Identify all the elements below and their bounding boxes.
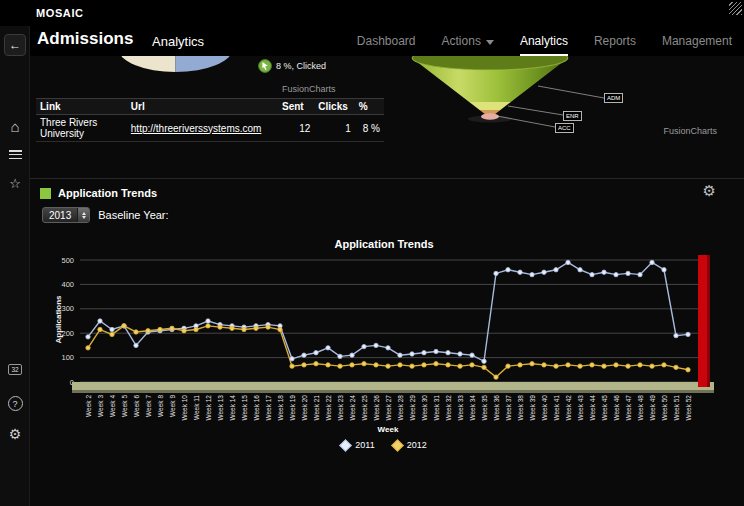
sidebar-item-panel-32[interactable]: 32 <box>0 364 30 375</box>
link-stats-table: Link Url Sent Clicks % Three Rivers Univ… <box>36 98 384 142</box>
baseline-year-select[interactable]: 2013 <box>42 207 90 223</box>
nav-tab-reports[interactable]: Reports <box>594 26 636 56</box>
svg-text:Week 4: Week 4 <box>109 395 116 417</box>
cell-sent: 12 <box>278 115 314 142</box>
svg-text:Week 25: Week 25 <box>361 395 368 421</box>
chevron-down-icon <box>486 40 494 45</box>
svg-text:Week 50: Week 50 <box>661 395 668 421</box>
home-icon: ⌂ <box>10 118 19 135</box>
svg-text:500: 500 <box>61 256 74 265</box>
svg-text:Week 7: Week 7 <box>145 395 152 417</box>
application-trends-chart: Application Trends Applications 01002003… <box>36 236 732 498</box>
fusioncharts-credit: FusionCharts <box>663 126 717 136</box>
col-header-sent: Sent <box>278 99 314 115</box>
legend-item-2011[interactable]: 2011 <box>341 440 374 450</box>
legend-item-2012[interactable]: 2012 <box>393 440 427 450</box>
svg-text:Week 26: Week 26 <box>373 395 380 421</box>
baseline-year-value: 2013 <box>43 208 77 222</box>
svg-text:Week 48: Week 48 <box>637 395 644 421</box>
top-nav: Dashboard Actions Analytics Reports Mana… <box>357 26 732 56</box>
panel-32-icon: 32 <box>8 364 21 375</box>
svg-text:Week 6: Week 6 <box>133 395 140 417</box>
legend-label: 2012 <box>407 440 427 450</box>
pie-chart-sliver <box>118 56 233 72</box>
svg-text:Week 18: Week 18 <box>277 395 284 421</box>
svg-text:Week 45: Week 45 <box>601 395 608 421</box>
svg-text:Week 17: Week 17 <box>265 395 272 421</box>
svg-text:Week 16: Week 16 <box>253 395 260 421</box>
panel-gear-icon[interactable]: ⚙ <box>703 182 716 200</box>
clicked-cursor-icon <box>258 59 272 73</box>
svg-text:Week 41: Week 41 <box>553 395 560 421</box>
svg-text:300: 300 <box>61 304 74 313</box>
nav-tab-label: Dashboard <box>357 34 416 48</box>
stepper-icon[interactable] <box>77 208 89 222</box>
svg-text:Week 49: Week 49 <box>649 395 656 421</box>
svg-text:Week 10: Week 10 <box>181 395 188 421</box>
nav-tab-actions[interactable]: Actions <box>442 26 494 56</box>
svg-text:Week 23: Week 23 <box>337 395 344 421</box>
sidebar-item-home[interactable]: ⌂ <box>0 118 30 135</box>
svg-text:Week 51: Week 51 <box>673 395 680 421</box>
legend-label: 2011 <box>355 440 374 450</box>
svg-text:Week 19: Week 19 <box>289 395 296 421</box>
back-arrow-icon: ← <box>4 34 26 56</box>
col-header-link: Link <box>36 99 127 115</box>
svg-text:Week 31: Week 31 <box>433 395 440 421</box>
panel-title: Application Trends <box>58 187 157 199</box>
click-rate-label: 8 %, Clicked <box>276 61 326 71</box>
sidebar-item-help[interactable]: ? <box>0 396 30 411</box>
cell-clicks: 1 <box>314 115 354 142</box>
svg-text:Week 14: Week 14 <box>229 395 236 421</box>
table-link-url[interactable]: http://threeriverssystems.com <box>131 123 262 134</box>
col-header-percent: % <box>355 99 384 115</box>
svg-text:Week 27: Week 27 <box>385 395 392 421</box>
svg-text:Week 22: Week 22 <box>325 395 332 421</box>
cell-percent: 8 % <box>355 115 384 142</box>
resize-grip-icon[interactable] <box>729 2 742 15</box>
sidebar-item-back[interactable]: ← <box>0 34 30 56</box>
nav-tab-dashboard[interactable]: Dashboard <box>357 26 416 56</box>
svg-text:Week 29: Week 29 <box>409 395 416 421</box>
funnel-chart: ADM ENR ACC <box>400 56 700 146</box>
menu-icon <box>9 150 22 159</box>
window-titlebar: MOSAIC <box>0 0 744 26</box>
nav-tab-management[interactable]: Management <box>662 26 732 56</box>
brand-logo: MOSAIC <box>36 7 84 19</box>
svg-text:Week 13: Week 13 <box>217 395 224 421</box>
nav-tab-label: Actions <box>442 34 481 48</box>
nav-tab-label: Analytics <box>520 34 568 48</box>
svg-text:100: 100 <box>61 353 74 362</box>
svg-text:Week 15: Week 15 <box>241 395 248 421</box>
table-row: Three Rivers University http://threerive… <box>36 115 384 142</box>
sidebar-item-menu[interactable] <box>0 150 30 159</box>
svg-text:Week 30: Week 30 <box>421 395 428 421</box>
svg-text:Week: Week <box>378 425 399 434</box>
svg-text:Week 44: Week 44 <box>589 395 596 421</box>
svg-text:Week 28: Week 28 <box>397 395 404 421</box>
svg-text:Week 35: Week 35 <box>481 395 488 421</box>
svg-text:Week 5: Week 5 <box>121 395 128 417</box>
svg-text:Week 20: Week 20 <box>301 395 308 421</box>
svg-text:Week 37: Week 37 <box>505 395 512 421</box>
page-title: Admissions <box>37 29 133 49</box>
svg-text:Week 43: Week 43 <box>577 395 584 421</box>
gear-icon: ⚙ <box>9 426 22 442</box>
page-subtitle: Analytics <box>152 34 204 49</box>
svg-text:Week 38: Week 38 <box>517 395 524 421</box>
chart-legend: 2011 2012 <box>36 440 732 450</box>
funnel-label-adm: ADM <box>604 93 623 103</box>
click-rate-badge: 8 %, Clicked <box>258 59 326 73</box>
svg-text:Week 40: Week 40 <box>541 395 548 421</box>
svg-text:Week 32: Week 32 <box>445 395 452 421</box>
table-header-row: Link Url Sent Clicks % <box>36 99 384 115</box>
svg-text:200: 200 <box>61 329 74 338</box>
baseline-year-row: 2013 Baseline Year: <box>42 207 169 223</box>
legend-swatch-2012 <box>391 439 404 452</box>
nav-tab-analytics[interactable]: Analytics <box>520 26 568 56</box>
section-divider <box>30 178 744 179</box>
nav-tab-label: Reports <box>594 34 636 48</box>
svg-text:Week 36: Week 36 <box>493 395 500 421</box>
sidebar-item-favorites[interactable]: ☆ <box>0 176 30 191</box>
sidebar-item-settings[interactable]: ⚙ <box>0 426 30 442</box>
